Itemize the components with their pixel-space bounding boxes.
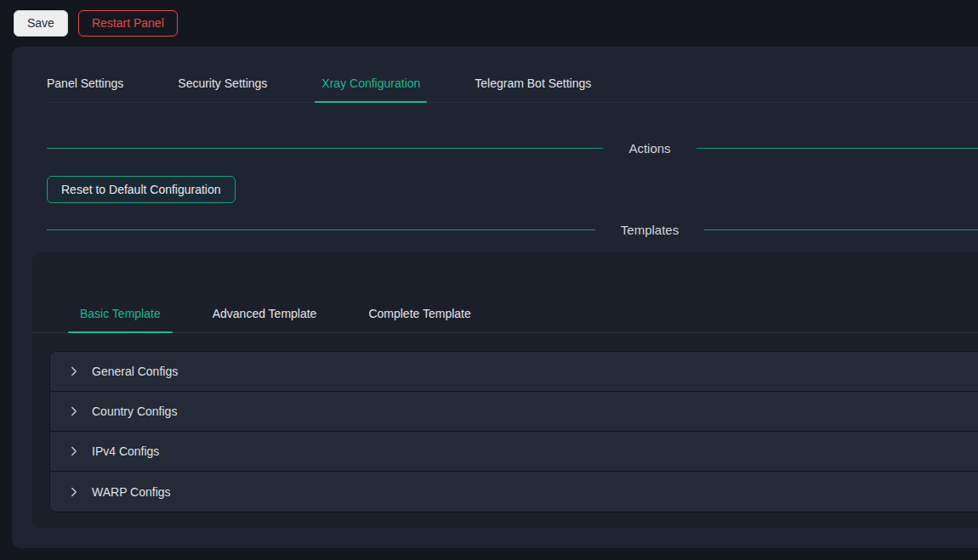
collapse-row-label: Country Configs [92,404,177,418]
tab-complete-template[interactable]: Complete Template [356,295,482,332]
collapse-row-country-configs[interactable]: Country Configs [50,392,978,432]
save-button[interactable]: Save [14,10,68,37]
divider-line [704,229,978,230]
settings-card-content: Panel Settings Security Settings Xray Co… [12,65,978,239]
collapse-row-warp-configs[interactable]: WARP Configs [50,472,978,512]
divider-line [47,229,595,230]
topbar: Save Restart Panel [0,0,978,46]
divider-line [697,148,978,149]
collapse-row-ipv4-configs[interactable]: IPv4 Configs [50,432,978,472]
actions-divider: Actions [47,139,978,157]
divider-line [47,148,603,149]
tab-advanced-template[interactable]: Advanced Template [201,295,329,332]
tab-basic-template[interactable]: Basic Template [68,295,173,332]
chevron-right-icon [69,446,79,456]
settings-tabs: Panel Settings Security Settings Xray Co… [47,65,978,103]
restart-panel-button[interactable]: Restart Panel [78,10,178,37]
template-collapse: General Configs Country Configs IPv4 Con… [49,351,978,512]
reset-default-config-button[interactable]: Reset to Default Configuration [47,176,236,203]
tab-xray-configuration[interactable]: Xray Configuration [315,65,427,102]
tab-panel-settings[interactable]: Panel Settings [40,65,130,102]
templates-divider-label: Templates [595,223,704,237]
settings-card: Panel Settings Security Settings Xray Co… [12,47,978,548]
collapse-row-label: WARP Configs [92,485,171,499]
collapse-row-label: General Configs [92,365,178,378]
chevron-right-icon [69,366,79,376]
actions-divider-label: Actions [603,141,696,156]
template-tabs: Basic Template Advanced Template Complet… [32,252,978,333]
collapse-row-general-configs[interactable]: General Configs [50,352,978,392]
chevron-right-icon [69,406,79,416]
collapse-row-label: IPv4 Configs [92,444,159,458]
chevron-right-icon [69,487,79,497]
templates-panel: Basic Template Advanced Template Complet… [32,252,978,528]
tab-telegram-bot-settings[interactable]: Telegram Bot Settings [468,65,598,102]
templates-divider: Templates [47,220,978,239]
tab-security-settings[interactable]: Security Settings [171,65,274,102]
